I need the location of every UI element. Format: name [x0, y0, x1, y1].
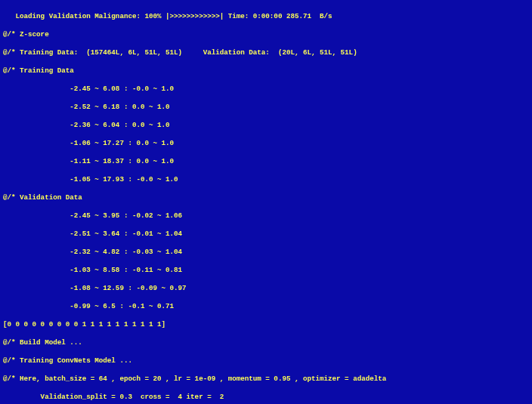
- loading-line: Loading Validation Malignance: 100% |>>>…: [3, 12, 529, 21]
- validation-row: -1.03 ~ 8.58 : -0.11 ~ 0.81: [3, 266, 529, 275]
- validation-row: -2.32 ~ 4.82 : -0.03 ~ 1.04: [3, 248, 529, 257]
- training-conv-line: @/* Training ConvNets Model ...: [3, 356, 529, 365]
- zscore-line: @/* Z-score: [3, 30, 529, 39]
- build-model-line: @/* Build Model ...: [3, 338, 529, 347]
- validation-label: @/* Validation Data: [3, 193, 529, 202]
- training-label: @/* Training Data: [3, 66, 529, 76]
- terminal-output: Loading Validation Malignance: 100% |>>>…: [0, 0, 532, 404]
- validation-row: -2.51 ~ 3.64 : -0.01 ~ 1.04: [3, 230, 529, 239]
- training-row: -1.06 ~ 17.27 : 0.0 ~ 1.0: [3, 139, 529, 148]
- validation-row: -1.08 ~ 12.59 : -0.09 ~ 0.97: [3, 284, 529, 293]
- mask-line: [0 0 0 0 0 0 0 0 0 1 1 1 1 1 1 1 1 1 1]: [3, 320, 529, 329]
- validation-row: -2.45 ~ 3.95 : -0.02 ~ 1.06: [3, 211, 529, 221]
- shapes-line: @/* Training Data: (157464L, 6L, 51L, 51…: [3, 48, 529, 57]
- training-row: -2.45 ~ 6.08 : -0.0 ~ 1.0: [3, 85, 529, 94]
- params-line: Validation_split = 0.3 cross = 4 iter = …: [3, 393, 529, 402]
- params-line: @/* Here, batch_size = 64 , epoch = 20 ,…: [3, 375, 529, 384]
- training-row: -2.36 ~ 6.04 : 0.0 ~ 1.0: [3, 121, 529, 130]
- training-row: -2.52 ~ 6.18 : 0.0 ~ 1.0: [3, 103, 529, 112]
- validation-row: -0.99 ~ 6.5 : -0.1 ~ 0.71: [3, 302, 529, 311]
- training-row: -1.11 ~ 18.37 : 0.0 ~ 1.0: [3, 157, 529, 166]
- training-row: -1.05 ~ 17.93 : -0.0 ~ 1.0: [3, 175, 529, 184]
